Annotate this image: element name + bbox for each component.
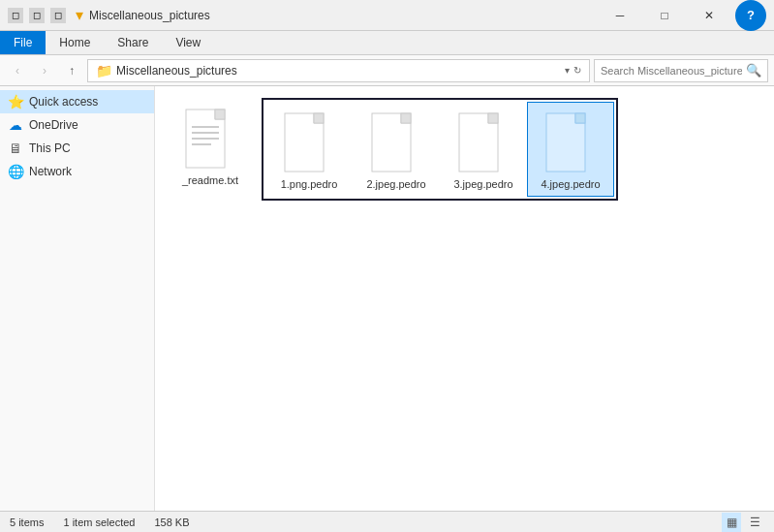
- quick-access-icon-2: ◻: [29, 8, 45, 23]
- minimize-button[interactable]: ─: [598, 0, 642, 31]
- file-label-4jpeg: 4.jpeg.pedro: [541, 178, 600, 190]
- file-item-2jpeg[interactable]: 2.jpeg.pedro: [353, 102, 440, 197]
- sidebar-item-this-pc[interactable]: 🖥 This PC: [0, 137, 154, 160]
- status-bar: 5 items 1 item selected 158 KB ▦ ☰: [0, 511, 774, 532]
- search-box: 🔍: [594, 59, 768, 82]
- file-icon-4jpeg: [540, 109, 602, 178]
- tab-file[interactable]: File: [0, 31, 46, 54]
- window-controls: ─ □ ✕ ?: [598, 0, 766, 31]
- status-size: 158 KB: [154, 516, 189, 528]
- ribbon: File Home Share View: [0, 31, 774, 55]
- ribbon-tabs: File Home Share View: [0, 31, 774, 54]
- search-input[interactable]: [601, 65, 742, 77]
- file-icon-1png: [278, 109, 340, 178]
- help-button[interactable]: ?: [735, 0, 766, 31]
- address-dropdown-icon[interactable]: ▾: [565, 65, 570, 76]
- svg-rect-2: [215, 110, 225, 119]
- quick-access-icon-1: ◻: [8, 8, 23, 23]
- view-icon-button[interactable]: ▦: [722, 513, 741, 532]
- sidebar-item-onedrive[interactable]: ☁ OneDrive: [0, 113, 154, 137]
- svg-rect-18: [575, 113, 585, 123]
- sidebar-label-onedrive: OneDrive: [29, 118, 78, 132]
- files-grid: _readme.txt 1.png.pedro: [167, 98, 762, 201]
- sidebar-label-this-pc: This PC: [29, 141, 71, 155]
- path-folder-icon: 📁: [96, 63, 112, 78]
- address-refresh-icon[interactable]: ↻: [573, 65, 581, 76]
- file-label-1png: 1.png.pedro: [281, 178, 338, 190]
- maximize-button[interactable]: □: [642, 0, 687, 31]
- main-layout: ⭐ Quick access ☁ OneDrive 🖥 This PC 🌐 Ne…: [0, 86, 774, 511]
- view-list-button[interactable]: ☰: [745, 513, 764, 532]
- selection-group: 1.png.pedro 2.jpeg.pedro: [262, 98, 618, 201]
- svg-rect-12: [401, 113, 411, 123]
- cloud-icon: ☁: [8, 117, 23, 133]
- window-title: Miscellaneous_pictures: [89, 9, 598, 22]
- path-text: Miscellaneous_pictures: [116, 64, 237, 78]
- file-icon-2jpeg: [365, 109, 427, 178]
- sidebar-item-quick-access[interactable]: ⭐ Quick access: [0, 90, 154, 113]
- back-button[interactable]: ‹: [6, 59, 29, 82]
- sidebar-label-quick-access: Quick access: [29, 95, 98, 109]
- sidebar-label-network: Network: [29, 165, 72, 178]
- file-item-readme[interactable]: _readme.txt: [167, 98, 254, 193]
- star-icon: ⭐: [8, 94, 23, 110]
- file-icon-3jpeg: [452, 109, 514, 178]
- sidebar: ⭐ Quick access ☁ OneDrive 🖥 This PC 🌐 Ne…: [0, 86, 155, 511]
- forward-button[interactable]: ›: [33, 59, 56, 82]
- file-label-readme: _readme.txt: [182, 174, 238, 186]
- close-button[interactable]: ✕: [687, 0, 731, 31]
- status-selected: 1 item selected: [63, 516, 135, 528]
- address-bar: ‹ › ↑ 📁 Miscellaneous_pictures ▾ ↻ 🔍: [0, 55, 774, 86]
- network-icon: 🌐: [8, 164, 23, 179]
- file-item-3jpeg[interactable]: 3.jpeg.pedro: [440, 102, 527, 197]
- window-folder-icon: ▾: [76, 6, 83, 24]
- title-bar: ◻ ◻ ◻ ▾ Miscellaneous_pictures ─ □ ✕ ?: [0, 0, 774, 31]
- computer-icon: 🖥: [8, 141, 23, 156]
- tab-share[interactable]: Share: [104, 31, 162, 54]
- svg-rect-9: [314, 113, 324, 123]
- file-icon-readme: [179, 105, 241, 174]
- quick-access-icon-3: ◻: [50, 8, 66, 23]
- content-area: _readme.txt 1.png.pedro: [155, 86, 774, 511]
- tab-view[interactable]: View: [162, 31, 214, 54]
- file-item-1png[interactable]: 1.png.pedro: [265, 102, 353, 197]
- address-path[interactable]: 📁 Miscellaneous_pictures ▾ ↻: [87, 59, 590, 82]
- status-item-count: 5 items: [10, 516, 44, 528]
- file-label-3jpeg: 3.jpeg.pedro: [453, 178, 512, 190]
- search-icon: 🔍: [746, 63, 761, 78]
- file-label-2jpeg: 2.jpeg.pedro: [366, 178, 425, 190]
- sidebar-item-network[interactable]: 🌐 Network: [0, 160, 154, 183]
- up-button[interactable]: ↑: [60, 59, 83, 82]
- svg-rect-15: [488, 113, 498, 123]
- title-bar-quick-access-icons: ◻ ◻ ◻: [8, 8, 66, 23]
- status-view-buttons: ▦ ☰: [722, 513, 764, 532]
- file-item-4jpeg[interactable]: 4.jpeg.pedro: [527, 102, 614, 197]
- tab-home[interactable]: Home: [46, 31, 104, 54]
